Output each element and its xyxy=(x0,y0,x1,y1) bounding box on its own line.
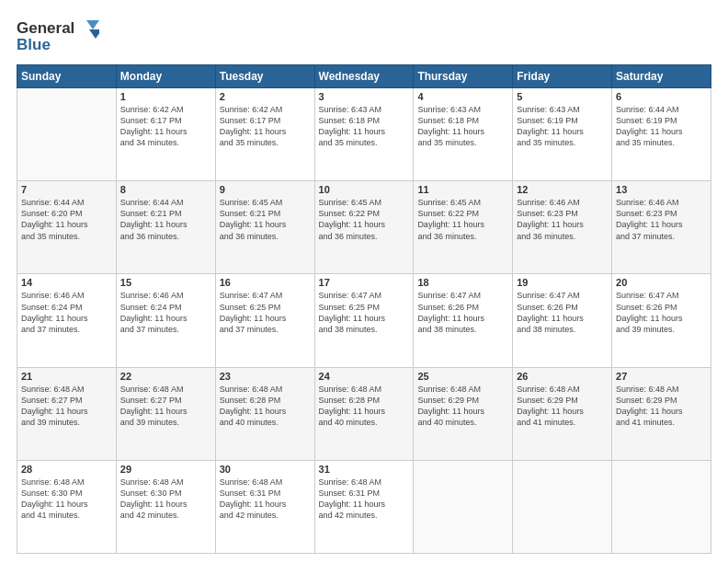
day-info: Sunrise: 6:43 AMSunset: 6:18 PMDaylight:… xyxy=(319,104,410,149)
calendar-cell: 20Sunrise: 6:47 AMSunset: 6:26 PMDayligh… xyxy=(612,274,711,367)
day-number: 20 xyxy=(616,277,707,288)
day-info: Sunrise: 6:48 AMSunset: 6:28 PMDaylight:… xyxy=(220,384,311,429)
calendar-cell: 24Sunrise: 6:48 AMSunset: 6:28 PMDayligh… xyxy=(314,367,414,460)
day-number: 3 xyxy=(319,91,410,102)
calendar-cell: 16Sunrise: 6:47 AMSunset: 6:25 PMDayligh… xyxy=(215,274,314,367)
calendar-cell: 13Sunrise: 6:46 AMSunset: 6:23 PMDayligh… xyxy=(612,181,711,274)
weekday-header: Monday xyxy=(116,65,215,88)
day-info: Sunrise: 6:48 AMSunset: 6:31 PMDaylight:… xyxy=(319,477,410,522)
day-number: 30 xyxy=(220,464,311,475)
calendar-cell: 10Sunrise: 6:45 AMSunset: 6:22 PMDayligh… xyxy=(314,181,414,274)
day-info: Sunrise: 6:48 AMSunset: 6:28 PMDaylight:… xyxy=(319,384,410,429)
calendar-cell: 30Sunrise: 6:48 AMSunset: 6:31 PMDayligh… xyxy=(215,460,314,553)
calendar-cell: 1Sunrise: 6:42 AMSunset: 6:17 PMDaylight… xyxy=(116,88,215,181)
calendar-cell: 9Sunrise: 6:45 AMSunset: 6:21 PMDaylight… xyxy=(215,181,314,274)
calendar-cell: 15Sunrise: 6:46 AMSunset: 6:24 PMDayligh… xyxy=(116,274,215,367)
calendar-cell: 29Sunrise: 6:48 AMSunset: 6:30 PMDayligh… xyxy=(116,460,215,553)
day-info: Sunrise: 6:45 AMSunset: 6:21 PMDaylight:… xyxy=(220,197,311,242)
day-info: Sunrise: 6:46 AMSunset: 6:24 PMDaylight:… xyxy=(21,290,112,335)
day-info: Sunrise: 6:48 AMSunset: 6:27 PMDaylight:… xyxy=(120,384,211,429)
day-number: 18 xyxy=(417,277,508,288)
logo: General Blue xyxy=(17,17,99,55)
weekday-header: Tuesday xyxy=(215,65,314,88)
calendar-cell xyxy=(612,460,711,553)
logo-svg: General Blue xyxy=(17,17,99,55)
calendar-cell: 12Sunrise: 6:46 AMSunset: 6:23 PMDayligh… xyxy=(513,181,612,274)
day-info: Sunrise: 6:48 AMSunset: 6:30 PMDaylight:… xyxy=(21,477,112,522)
day-number: 24 xyxy=(319,371,410,382)
day-number: 9 xyxy=(220,184,311,195)
svg-text:General: General xyxy=(17,19,74,37)
calendar-cell: 3Sunrise: 6:43 AMSunset: 6:18 PMDaylight… xyxy=(314,88,414,181)
calendar-cell xyxy=(414,460,513,553)
day-number: 25 xyxy=(417,371,508,382)
calendar-cell: 8Sunrise: 6:44 AMSunset: 6:21 PMDaylight… xyxy=(116,181,215,274)
day-info: Sunrise: 6:44 AMSunset: 6:21 PMDaylight:… xyxy=(120,197,211,242)
day-number: 31 xyxy=(319,464,410,475)
header: General Blue xyxy=(17,17,711,55)
day-number: 13 xyxy=(616,184,707,195)
day-info: Sunrise: 6:47 AMSunset: 6:26 PMDaylight:… xyxy=(517,290,608,335)
calendar-cell: 27Sunrise: 6:48 AMSunset: 6:29 PMDayligh… xyxy=(612,367,711,460)
day-info: Sunrise: 6:46 AMSunset: 6:23 PMDaylight:… xyxy=(616,197,707,242)
calendar-cell: 28Sunrise: 6:48 AMSunset: 6:30 PMDayligh… xyxy=(17,460,117,553)
day-info: Sunrise: 6:42 AMSunset: 6:17 PMDaylight:… xyxy=(120,104,211,149)
day-number: 8 xyxy=(120,184,211,195)
day-info: Sunrise: 6:43 AMSunset: 6:19 PMDaylight:… xyxy=(517,104,608,149)
day-number: 6 xyxy=(616,91,707,102)
calendar-cell: 25Sunrise: 6:48 AMSunset: 6:29 PMDayligh… xyxy=(414,367,513,460)
svg-text:Blue: Blue xyxy=(17,36,51,53)
weekday-header: Wednesday xyxy=(314,65,414,88)
day-info: Sunrise: 6:45 AMSunset: 6:22 PMDaylight:… xyxy=(417,197,508,242)
day-info: Sunrise: 6:43 AMSunset: 6:18 PMDaylight:… xyxy=(417,104,508,149)
svg-marker-2 xyxy=(86,20,99,29)
calendar-cell: 31Sunrise: 6:48 AMSunset: 6:31 PMDayligh… xyxy=(314,460,414,553)
day-info: Sunrise: 6:48 AMSunset: 6:29 PMDaylight:… xyxy=(616,384,707,429)
day-info: Sunrise: 6:47 AMSunset: 6:26 PMDaylight:… xyxy=(616,290,707,335)
day-info: Sunrise: 6:47 AMSunset: 6:25 PMDaylight:… xyxy=(319,290,410,335)
day-info: Sunrise: 6:48 AMSunset: 6:29 PMDaylight:… xyxy=(417,384,508,429)
weekday-header: Saturday xyxy=(612,65,711,88)
day-info: Sunrise: 6:48 AMSunset: 6:30 PMDaylight:… xyxy=(120,477,211,522)
day-number: 15 xyxy=(120,277,211,288)
day-number: 28 xyxy=(21,464,112,475)
day-number: 5 xyxy=(517,91,608,102)
calendar-cell: 4Sunrise: 6:43 AMSunset: 6:18 PMDaylight… xyxy=(414,88,513,181)
calendar-cell: 17Sunrise: 6:47 AMSunset: 6:25 PMDayligh… xyxy=(314,274,414,367)
calendar-cell: 7Sunrise: 6:44 AMSunset: 6:20 PMDaylight… xyxy=(17,181,117,274)
day-info: Sunrise: 6:47 AMSunset: 6:25 PMDaylight:… xyxy=(220,290,311,335)
day-number: 27 xyxy=(616,371,707,382)
weekday-header: Sunday xyxy=(17,65,117,88)
day-info: Sunrise: 6:48 AMSunset: 6:29 PMDaylight:… xyxy=(517,384,608,429)
day-number: 10 xyxy=(319,184,410,195)
day-number: 14 xyxy=(21,277,112,288)
day-number: 2 xyxy=(220,91,311,102)
day-number: 17 xyxy=(319,277,410,288)
page: General Blue SundayMondayTuesdayWednesda… xyxy=(0,0,728,563)
calendar-cell: 22Sunrise: 6:48 AMSunset: 6:27 PMDayligh… xyxy=(116,367,215,460)
calendar-cell: 5Sunrise: 6:43 AMSunset: 6:19 PMDaylight… xyxy=(513,88,612,181)
day-number: 4 xyxy=(417,91,508,102)
day-info: Sunrise: 6:44 AMSunset: 6:19 PMDaylight:… xyxy=(616,104,707,149)
day-number: 23 xyxy=(220,371,311,382)
calendar-cell: 11Sunrise: 6:45 AMSunset: 6:22 PMDayligh… xyxy=(414,181,513,274)
day-info: Sunrise: 6:48 AMSunset: 6:27 PMDaylight:… xyxy=(21,384,112,429)
day-info: Sunrise: 6:45 AMSunset: 6:22 PMDaylight:… xyxy=(319,197,410,242)
day-number: 29 xyxy=(120,464,211,475)
svg-marker-3 xyxy=(89,29,99,39)
calendar-cell: 6Sunrise: 6:44 AMSunset: 6:19 PMDaylight… xyxy=(612,88,711,181)
day-info: Sunrise: 6:42 AMSunset: 6:17 PMDaylight:… xyxy=(220,104,311,149)
calendar-cell: 2Sunrise: 6:42 AMSunset: 6:17 PMDaylight… xyxy=(215,88,314,181)
day-info: Sunrise: 6:48 AMSunset: 6:31 PMDaylight:… xyxy=(220,477,311,522)
calendar-cell: 14Sunrise: 6:46 AMSunset: 6:24 PMDayligh… xyxy=(17,274,117,367)
calendar-cell xyxy=(513,460,612,553)
weekday-header: Thursday xyxy=(414,65,513,88)
weekday-header: Friday xyxy=(513,65,612,88)
day-number: 16 xyxy=(220,277,311,288)
day-number: 11 xyxy=(417,184,508,195)
day-number: 19 xyxy=(517,277,608,288)
calendar-cell: 21Sunrise: 6:48 AMSunset: 6:27 PMDayligh… xyxy=(17,367,117,460)
day-info: Sunrise: 6:44 AMSunset: 6:20 PMDaylight:… xyxy=(21,197,112,242)
day-number: 26 xyxy=(517,371,608,382)
calendar-table: SundayMondayTuesdayWednesdayThursdayFrid… xyxy=(17,64,711,554)
